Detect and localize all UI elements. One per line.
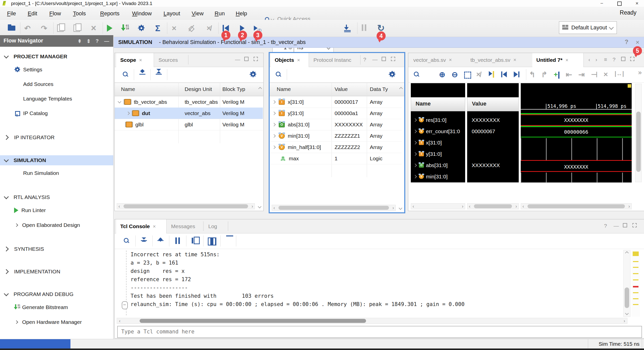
copy-icon[interactable] [192, 238, 193, 243]
help-icon[interactable]: ? [604, 223, 607, 229]
gear-icon[interactable] [249, 71, 257, 78]
scroll-up-icon[interactable] [399, 87, 403, 90]
tab-tcl-console[interactable]: Tcl Console× [116, 219, 167, 233]
validate-button[interactable]: × [168, 22, 180, 34]
delete-marker-icon[interactable]: × [603, 70, 608, 79]
float-panel-icon[interactable] [254, 56, 258, 62]
copy-button[interactable] [54, 22, 67, 34]
overflow-icon[interactable]: » [638, 69, 642, 76]
layout-selector[interactable]: Default Layout [559, 21, 617, 34]
pause-output-icon[interactable] [175, 237, 181, 245]
sidebar-item-settings[interactable]: Settings [0, 65, 113, 74]
minimize-panel-icon[interactable]: — [104, 38, 109, 44]
redo-button[interactable]: ↷ [38, 22, 50, 34]
objects-row-min-half[interactable]: V min_half[31:0] ZZZZZZZ2 Array [270, 141, 402, 153]
sidebar-section-simulation[interactable]: SIMULATION [0, 155, 113, 165]
col-name[interactable]: Name [121, 86, 135, 92]
next-tab-icon[interactable]: › [595, 57, 597, 63]
maximize-panel-icon[interactable] [623, 222, 627, 229]
col-block-type[interactable]: Block Typ [222, 86, 245, 92]
tab-sources[interactable]: Sources [154, 53, 182, 67]
close-tab-icon[interactable]: × [153, 224, 156, 229]
search-icon[interactable] [124, 238, 129, 243]
menu-tools[interactable]: Tools [70, 9, 88, 18]
objects-row-abs[interactable]: O abs[31:0] XXXXXXXX Array [270, 119, 402, 130]
close-tab-icon[interactable]: × [139, 57, 142, 63]
tab-tb-vector-abs-sv[interactable]: tb_vector_abs.sv× [466, 53, 532, 67]
maximize-panel-icon[interactable] [382, 56, 386, 62]
search-icon[interactable] [123, 72, 128, 77]
objects-row-min[interactable]: V min[31:0] ZZZZZZZ1 Array [270, 130, 402, 142]
wave-signal-x[interactable]: Ix[31:0] [411, 137, 465, 148]
sidebar-item-add-sources[interactable]: Add Sources [0, 79, 113, 89]
sidebar-item-run-simulation[interactable]: Run Simulation [0, 168, 113, 178]
wave-names-hscrollbar[interactable]: ‹› [411, 203, 465, 209]
wave-plot[interactable]: 514,996 ps 514,998 ps XXXXXXXX 00000066 … [521, 83, 632, 182]
menu-window[interactable]: Window [130, 9, 154, 18]
tcl-command-input[interactable] [121, 327, 637, 336]
sidebar-item-run-linter[interactable]: Run Linter [0, 206, 113, 215]
menu-help[interactable]: Help [233, 9, 250, 18]
scope-row-glbl[interactable]: glbl glbl Verilog M [115, 119, 263, 130]
help-icon[interactable]: ? [613, 57, 616, 63]
settings-button[interactable] [135, 22, 148, 34]
undo-button[interactable]: ↶ [21, 22, 34, 34]
sidebar-section-program-and-debug[interactable]: PROGRAM AND DEBUG [0, 289, 113, 299]
paste-button[interactable] [70, 22, 83, 34]
wave-values-hscrollbar[interactable]: ‹› [467, 203, 519, 209]
float-panel-icon[interactable] [632, 222, 637, 229]
col-value[interactable]: Value [335, 86, 348, 92]
maximize-window-icon[interactable] [614, 1, 625, 6]
maximize-panel-icon[interactable] [244, 56, 249, 62]
search-icon[interactable] [276, 72, 281, 77]
col-data-type[interactable]: Data Ty [370, 86, 388, 92]
help-icon[interactable]: ? [96, 38, 99, 44]
run-button[interactable] [103, 22, 116, 34]
tab-list-icon[interactable]: ≡ [604, 57, 607, 63]
next-transition-icon[interactable] [514, 71, 519, 77]
wave-signal-err-count[interactable]: Verr_count[31:0 [411, 126, 465, 137]
breakpoint-disabled-button[interactable]: ×̸ [203, 22, 215, 34]
collapse-all-icon[interactable]: ⇞ [77, 38, 82, 44]
menu-view[interactable]: View [189, 9, 206, 18]
close-tab-icon[interactable]: × [297, 57, 300, 63]
sidebar-section-synthesis[interactable]: SYNTHESIS [0, 244, 113, 254]
tab-scope[interactable]: Scope× [116, 53, 154, 67]
measure-icon[interactable]: |↔| [615, 70, 624, 77]
tab-log[interactable]: Log [204, 219, 227, 233]
generate-bitstream-button[interactable]: 0110 [118, 22, 131, 34]
wave-signal-res[interactable]: Vres[31:0] [411, 114, 465, 126]
goto-end-icon[interactable]: ⇥ [578, 70, 585, 79]
previous-transition-icon[interactable] [501, 71, 507, 77]
scroll-down-icon[interactable] [399, 206, 402, 210]
wave-plot-hscrollbar[interactable]: ‹› [521, 203, 632, 209]
menu-file[interactable]: File [5, 9, 18, 18]
close-banner-icon[interactable]: × [636, 38, 639, 46]
scope-row-tb-vector-abs[interactable]: tb_vector_abs tb_vector_abs Verilog M [115, 96, 263, 108]
zoom-fit-icon[interactable] [464, 72, 471, 79]
error-marker[interactable] [633, 286, 638, 287]
remove-cursor-icon[interactable]: ×̸ [476, 70, 481, 79]
break-button[interactable] [358, 22, 370, 34]
sidebar-section-rtl-analysis[interactable]: RTL ANALYSIS [0, 192, 113, 202]
tab-untitled-7[interactable]: Untitled 7*× [532, 53, 584, 67]
col-name[interactable]: Name [277, 86, 291, 92]
console-vscrollbar[interactable] [623, 250, 630, 317]
sidebar-item-generate-bitstream[interactable]: 0110 Generate Bitstream [0, 303, 113, 312]
zoom-in-icon[interactable]: ⊕ [439, 70, 445, 79]
close-tab-icon[interactable]: × [449, 57, 452, 63]
scroll-down-icon[interactable] [258, 205, 261, 208]
minimize-panel-icon[interactable]: — [235, 57, 240, 63]
menu-flow[interactable]: Flow [47, 9, 63, 18]
open-project-button[interactable] [5, 22, 18, 34]
menu-edit[interactable]: Edit [25, 9, 40, 18]
collapse-block-handle[interactable] [122, 301, 128, 309]
wave-vscrollbar[interactable] [635, 84, 642, 182]
menu-reports[interactable]: Reports [98, 9, 122, 18]
float-panel-icon[interactable] [391, 56, 395, 62]
tab-protocol-instances[interactable]: Protocol Instanc [309, 53, 360, 67]
prev-tab-icon[interactable]: ‹ [588, 57, 590, 63]
objects-hscrollbar[interactable]: ‹› [272, 205, 396, 211]
objects-row-x[interactable]: I x[31:0] 00000017 Array [270, 96, 402, 108]
help-icon[interactable]: ? [625, 38, 628, 45]
